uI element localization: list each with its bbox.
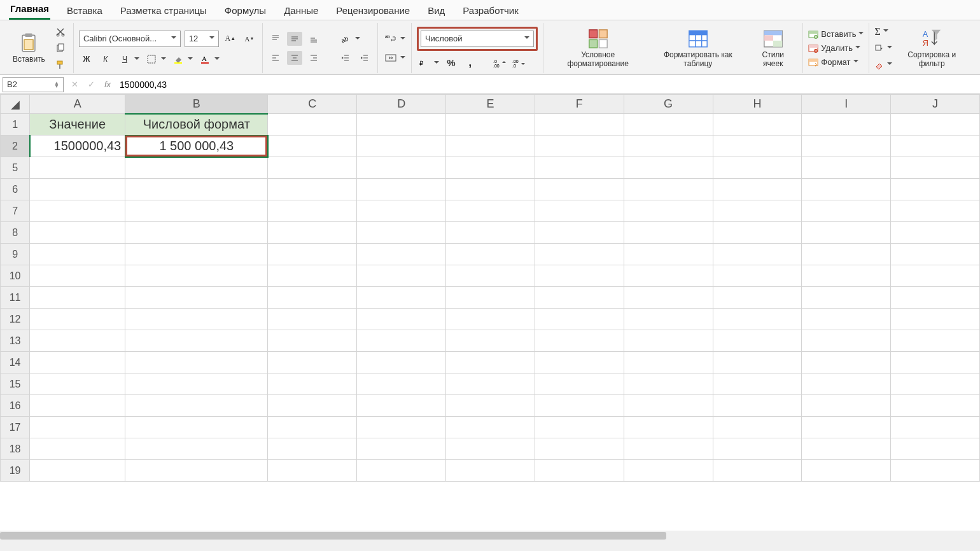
align-top-button[interactable] — [268, 32, 283, 46]
col-header-D[interactable]: D — [357, 95, 446, 114]
cell[interactable] — [624, 352, 713, 373]
row-header[interactable]: 5 — [1, 157, 30, 179]
cell[interactable] — [268, 222, 357, 244]
cell[interactable] — [802, 114, 891, 136]
cell[interactable] — [802, 352, 891, 373]
accounting-dropdown[interactable] — [433, 56, 440, 70]
cell[interactable] — [30, 179, 125, 200]
format-as-table-button[interactable]: Форматировать как таблицу — [647, 28, 748, 67]
row-header[interactable]: 10 — [1, 265, 30, 287]
cell[interactable] — [624, 222, 713, 244]
row-header-2[interactable]: 2 — [1, 136, 30, 157]
accounting-format-button[interactable]: ₽ — [417, 56, 432, 70]
cell[interactable] — [446, 200, 535, 222]
row-header[interactable]: 11 — [1, 287, 30, 309]
cell[interactable] — [802, 265, 891, 287]
cell[interactable] — [268, 373, 357, 395]
cell[interactable] — [802, 136, 891, 157]
cell[interactable] — [713, 265, 802, 287]
cell[interactable] — [30, 373, 125, 395]
cell[interactable] — [802, 373, 891, 395]
cell[interactable] — [125, 265, 268, 287]
name-box-dropdown[interactable]: ▲▼ — [54, 81, 59, 88]
cell[interactable] — [802, 330, 891, 352]
cell[interactable] — [125, 438, 268, 460]
number-format-combo[interactable]: Числовой — [421, 31, 534, 47]
font-size-combo[interactable]: 12 — [185, 31, 219, 47]
cell[interactable] — [624, 395, 713, 417]
cell[interactable] — [891, 200, 980, 222]
cell[interactable] — [713, 395, 802, 417]
cut-button[interactable] — [53, 25, 68, 39]
row-header[interactable]: 13 — [1, 330, 30, 352]
cell[interactable] — [713, 438, 802, 460]
cell[interactable] — [535, 417, 624, 438]
tab-layout[interactable]: Разметка страницы — [119, 3, 208, 20]
percent-button[interactable]: % — [444, 56, 459, 70]
cell[interactable] — [535, 222, 624, 244]
cell[interactable] — [446, 179, 535, 200]
row-header[interactable]: 14 — [1, 352, 30, 373]
cell[interactable] — [624, 330, 713, 352]
copy-button[interactable] — [53, 41, 68, 55]
font-name-combo[interactable]: Calibri (Основной... — [79, 31, 181, 47]
cell[interactable] — [30, 352, 125, 373]
cell[interactable] — [802, 200, 891, 222]
cell[interactable] — [891, 136, 980, 157]
cell[interactable] — [535, 157, 624, 179]
cell[interactable] — [268, 287, 357, 309]
cell[interactable] — [446, 395, 535, 417]
cell[interactable] — [891, 417, 980, 438]
cell[interactable] — [713, 179, 802, 200]
cell[interactable] — [125, 157, 268, 179]
cell[interactable] — [125, 460, 268, 482]
cell[interactable] — [446, 114, 535, 136]
row-header[interactable]: 15 — [1, 373, 30, 395]
row-header[interactable]: 6 — [1, 179, 30, 200]
cell[interactable] — [535, 136, 624, 157]
col-header-J[interactable]: J — [891, 95, 980, 114]
cell[interactable] — [125, 373, 268, 395]
cell[interactable] — [446, 136, 535, 157]
cell[interactable] — [30, 200, 125, 222]
cell[interactable] — [357, 157, 446, 179]
cell[interactable] — [891, 352, 980, 373]
cell[interactable] — [30, 287, 125, 309]
cell[interactable] — [891, 222, 980, 244]
cell[interactable] — [268, 352, 357, 373]
cell-styles-button[interactable]: Стили ячеек — [748, 28, 797, 67]
tab-data[interactable]: Данные — [283, 3, 319, 20]
cell[interactable] — [624, 373, 713, 395]
align-left-button[interactable] — [268, 51, 283, 65]
cell-B1[interactable]: Числовой формат — [125, 114, 268, 136]
cell[interactable] — [446, 309, 535, 330]
cell[interactable] — [446, 330, 535, 352]
cell[interactable] — [891, 330, 980, 352]
cell-B2[interactable]: 1 500 000,43 — [125, 136, 268, 157]
row-header[interactable]: 9 — [1, 244, 30, 265]
cell-A2[interactable]: 1500000,43 — [30, 136, 125, 157]
tab-formulas[interactable]: Формулы — [223, 3, 267, 20]
cell[interactable] — [125, 287, 268, 309]
merge-dropdown[interactable] — [400, 51, 406, 65]
cell[interactable] — [30, 265, 125, 287]
cell[interactable] — [802, 157, 891, 179]
cell[interactable] — [125, 395, 268, 417]
align-bottom-button[interactable] — [306, 32, 321, 46]
cell[interactable] — [535, 438, 624, 460]
cell[interactable] — [446, 222, 535, 244]
cell[interactable] — [357, 395, 446, 417]
cell[interactable] — [535, 395, 624, 417]
italic-button[interactable]: К — [98, 52, 113, 66]
cell[interactable] — [624, 287, 713, 309]
row-header[interactable]: 8 — [1, 222, 30, 244]
cell[interactable] — [446, 438, 535, 460]
cell[interactable] — [268, 136, 357, 157]
align-right-button[interactable] — [306, 51, 321, 65]
bold-button[interactable]: Ж — [79, 52, 94, 66]
fill-color-button[interactable] — [171, 52, 186, 66]
orientation-dropdown[interactable] — [354, 32, 361, 46]
cell[interactable] — [624, 136, 713, 157]
tab-developer[interactable]: Разработчик — [461, 3, 519, 20]
cell[interactable] — [891, 265, 980, 287]
